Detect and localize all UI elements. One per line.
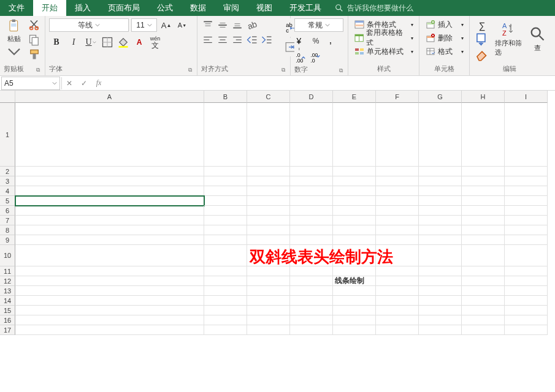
tab-home[interactable]: 开始 [33, 0, 66, 16]
bold-button[interactable]: B [49, 36, 64, 49]
decrease-indent-button[interactable] [245, 33, 259, 47]
cell[interactable] [462, 296, 505, 306]
cell[interactable] [419, 225, 462, 235]
cell[interactable] [376, 245, 419, 266]
font-name-combo[interactable]: 等线 [49, 18, 129, 32]
cell[interactable] [247, 286, 290, 296]
tab-page-layout[interactable]: 页面布局 [99, 0, 148, 16]
column-header[interactable]: I [505, 91, 548, 103]
underline-button[interactable]: U [83, 36, 98, 49]
cell[interactable] [204, 235, 247, 245]
grow-font-button[interactable]: A▲ [159, 18, 173, 32]
font-color-button[interactable]: A [132, 36, 146, 49]
cell[interactable] [290, 103, 333, 167]
cell[interactable] [419, 103, 462, 167]
cell[interactable] [247, 235, 290, 245]
tell-me-search[interactable]: 告诉我你想要做什么 [335, 3, 413, 13]
row-header[interactable]: 14 [0, 296, 15, 306]
cell[interactable] [505, 325, 548, 335]
cell[interactable] [290, 306, 333, 315]
orientation-button[interactable]: ab [245, 18, 259, 32]
alignment-launcher[interactable]: ⧉ [280, 67, 286, 74]
tab-file[interactable]: 文件 [0, 0, 33, 16]
tab-formulas[interactable]: 公式 [148, 0, 182, 16]
cancel-formula-button[interactable]: ✕ [62, 77, 77, 90]
percent-style-button[interactable]: % [309, 34, 323, 48]
cell[interactable] [419, 216, 462, 225]
cell[interactable] [376, 103, 419, 167]
cell[interactable] [15, 315, 204, 325]
cell[interactable] [376, 186, 419, 196]
cell[interactable] [333, 225, 376, 235]
font-launcher[interactable]: ⧉ [187, 67, 193, 74]
cell[interactable] [376, 325, 419, 335]
cell[interactable] [333, 206, 376, 216]
cell[interactable] [462, 325, 505, 335]
tab-developer[interactable]: 开发工具 [281, 0, 330, 16]
cell[interactable] [419, 206, 462, 216]
cell[interactable] [333, 196, 376, 206]
cell[interactable] [247, 325, 290, 335]
cell[interactable] [290, 225, 333, 235]
cell[interactable] [15, 325, 204, 335]
cell[interactable] [419, 235, 462, 245]
paste-button[interactable]: 粘贴 [4, 18, 24, 59]
cell[interactable] [290, 235, 333, 245]
cell[interactable] [15, 196, 204, 206]
cell[interactable] [204, 315, 247, 325]
cell[interactable] [462, 245, 505, 266]
cell[interactable] [290, 176, 333, 186]
cell[interactable] [15, 103, 204, 167]
cell[interactable] [290, 196, 333, 206]
decrease-decimal-button[interactable]: .00.0 [309, 50, 323, 64]
row-header[interactable]: 16 [0, 315, 15, 325]
cell[interactable] [333, 103, 376, 167]
increase-decimal-button[interactable]: .0.00 [294, 50, 308, 64]
cell[interactable] [462, 167, 505, 176]
formula-input[interactable] [106, 77, 555, 90]
cell[interactable] [15, 216, 204, 225]
cell[interactable] [505, 276, 548, 286]
tab-data[interactable]: 数据 [182, 0, 215, 16]
cells-area[interactable]: 线条绘制 [15, 103, 548, 335]
cell[interactable] [247, 276, 290, 286]
cell[interactable] [376, 225, 419, 235]
cell[interactable] [333, 176, 376, 186]
cell[interactable] [290, 206, 333, 216]
cell[interactable] [290, 245, 333, 266]
cell[interactable] [204, 276, 247, 286]
cell[interactable] [419, 276, 462, 286]
cell[interactable] [204, 176, 247, 186]
insert-function-button[interactable]: fx [91, 77, 106, 90]
autosum-button[interactable]: ∑ [473, 18, 491, 32]
row-header[interactable]: 8 [0, 225, 15, 235]
insert-cells-button[interactable]: 插入▾ [423, 18, 466, 31]
row-header[interactable]: 11 [0, 266, 15, 276]
enter-formula-button[interactable]: ✓ [77, 77, 91, 90]
cell[interactable] [15, 206, 204, 216]
cell[interactable] [290, 276, 333, 286]
cell[interactable] [247, 266, 290, 276]
cell[interactable] [333, 306, 376, 315]
cell[interactable] [462, 176, 505, 186]
cell[interactable] [462, 206, 505, 216]
format-painter-button[interactable] [28, 48, 41, 61]
cell[interactable] [333, 167, 376, 176]
increase-indent-button[interactable] [260, 33, 274, 47]
column-header[interactable]: E [333, 91, 376, 103]
cell[interactable] [204, 286, 247, 296]
cell[interactable] [505, 306, 548, 315]
column-header[interactable]: G [419, 91, 462, 103]
cell[interactable] [15, 167, 204, 176]
delete-cells-button[interactable]: 删除▾ [423, 32, 466, 44]
column-header[interactable]: D [290, 91, 333, 103]
shrink-font-button[interactable]: A▼ [175, 18, 189, 32]
cell[interactable] [462, 103, 505, 167]
cell[interactable] [290, 167, 333, 176]
cell[interactable] [290, 186, 333, 196]
cell[interactable] [247, 176, 290, 186]
cell[interactable] [505, 196, 548, 206]
cell[interactable] [333, 235, 376, 245]
align-right-button[interactable] [231, 33, 244, 47]
cell[interactable] [247, 167, 290, 176]
